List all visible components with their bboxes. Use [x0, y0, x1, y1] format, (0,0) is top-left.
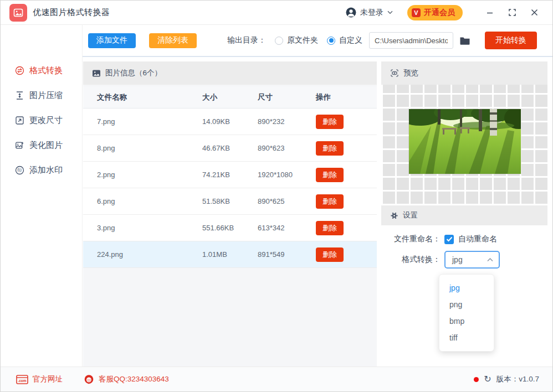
- titlebar-actions: 未登录 V 开通会员: [346, 4, 542, 21]
- toolbar: 添加文件 清除列表 输出目录： 原文件夹 自定义 开始转换: [83, 25, 552, 56]
- table-section-title: 图片信息（6个）: [105, 68, 162, 78]
- radio-original-label: 原文件夹: [287, 35, 318, 45]
- sidebar-item-4[interactable]: 印添加水印: [1, 158, 82, 183]
- delete-button[interactable]: 删除: [316, 141, 344, 156]
- table-row-1[interactable]: 8.png46.67KB890*623删除: [83, 135, 377, 162]
- app-logo-icon: [9, 4, 27, 22]
- convert-icon: [15, 66, 24, 75]
- website-icon: .com: [16, 375, 28, 384]
- output-path-input[interactable]: [369, 32, 453, 49]
- file-size-cell: 74.21KB: [202, 171, 258, 179]
- delete-button[interactable]: 删除: [316, 194, 344, 209]
- clear-list-button[interactable]: 清除列表: [149, 33, 197, 48]
- file-dimensions-cell: 890*625: [258, 197, 316, 205]
- sidebar-item-3[interactable]: 美化图片: [1, 133, 82, 158]
- sidebar-item-0[interactable]: 格式转换: [1, 58, 82, 83]
- watermark-icon: 印: [15, 166, 24, 175]
- radio-custom-folder[interactable]: 自定义: [327, 35, 362, 45]
- sidebar-item-label: 美化图片: [29, 140, 63, 151]
- login-menu[interactable]: 未登录: [346, 7, 393, 18]
- file-table-panel: 图片信息（6个） 文件名称大小尺寸操作 7.png14.09KB890*232删…: [83, 61, 377, 367]
- vip-label: 开通会员: [424, 8, 455, 18]
- status-dot: [474, 377, 479, 382]
- format-option-bmp[interactable]: bmp: [439, 313, 494, 329]
- file-size-cell: 551.66KB: [202, 224, 258, 232]
- chevron-up-icon: [487, 258, 493, 262]
- website-icon-text: .com: [18, 379, 26, 383]
- preview-checkerboard: [381, 85, 547, 205]
- format-select[interactable]: jpg: [444, 251, 500, 269]
- vip-button[interactable]: V 开通会员: [407, 5, 463, 20]
- file-name-cell: 2.png: [83, 171, 202, 179]
- image-info-icon: [92, 69, 101, 78]
- support-qq-link[interactable]: 客服QQ:3234303643: [84, 374, 169, 385]
- file-dimensions-cell: 890*623: [258, 144, 316, 152]
- official-website-link[interactable]: .com 官方网址: [16, 374, 63, 384]
- file-name-cell: 8.png: [83, 144, 202, 152]
- file-size-cell: 14.09KB: [202, 117, 258, 126]
- sidebar-item-label: 图片压缩: [29, 90, 63, 101]
- file-name-cell: 6.png: [83, 197, 202, 205]
- table-row-0[interactable]: 7.png14.09KB890*232删除: [83, 109, 377, 135]
- delete-button[interactable]: 删除: [316, 247, 344, 262]
- radio-original-circle: [275, 37, 283, 45]
- right-panel: 预览: [381, 61, 547, 367]
- main-area: 格式转换图片压缩更改尺寸美化图片印添加水印 添加文件 清除列表 输出目录： 原文…: [1, 25, 552, 367]
- radio-original-folder[interactable]: 原文件夹: [275, 35, 318, 45]
- radio-custom-circle: [327, 37, 335, 45]
- resize-icon: [15, 116, 24, 125]
- table-row-2[interactable]: 2.png74.21KB1920*1080删除: [83, 162, 377, 188]
- sidebar-item-1[interactable]: 图片压缩: [1, 83, 82, 108]
- settings-section-title: 设置: [403, 210, 418, 220]
- app-title: 优速图片格式转换器: [33, 7, 110, 18]
- rename-setting-row: 文件重命名： 自动重命名: [381, 234, 547, 244]
- delete-button[interactable]: 删除: [316, 221, 344, 235]
- rename-checkbox[interactable]: [444, 235, 454, 244]
- start-convert-button[interactable]: 开始转换: [485, 32, 537, 49]
- delete-button[interactable]: 删除: [316, 115, 344, 129]
- format-select-value: jpg: [452, 255, 463, 264]
- file-size-cell: 1.01MB: [202, 250, 258, 259]
- app-window: 优速图片格式转换器 未登录 V 开通会员: [0, 0, 553, 392]
- file-size-cell: 51.58KB: [202, 197, 258, 205]
- column-header-1: 大小: [202, 92, 258, 102]
- column-header-0: 文件名称: [83, 92, 202, 102]
- file-dimensions-cell: 1920*1080: [258, 171, 316, 179]
- file-actions-cell: 删除: [316, 115, 377, 129]
- table-rows: 7.png14.09KB890*232删除8.png46.67KB890*623…: [83, 109, 377, 268]
- file-name-cell: 224.png: [83, 250, 202, 259]
- vip-icon: V: [412, 8, 421, 17]
- gear-icon: [390, 212, 398, 220]
- sidebar-item-label: 添加水印: [29, 165, 63, 176]
- table-row-5[interactable]: 224.png1.01MB891*549删除: [83, 241, 377, 268]
- file-dimensions-cell: 613*342: [258, 224, 316, 232]
- maximize-button[interactable]: [504, 4, 520, 21]
- file-actions-cell: 删除: [316, 247, 377, 262]
- version-label: 版本：v1.0.7: [496, 374, 539, 384]
- support-qq-label: 客服QQ:3234303643: [99, 374, 169, 384]
- format-option-jpg[interactable]: jpg: [439, 280, 494, 296]
- settings-body: 文件重命名： 自动重命名 格式转换： jpg: [381, 225, 547, 269]
- radio-custom-label: 自定义: [339, 35, 362, 45]
- minimize-button[interactable]: [482, 4, 498, 21]
- add-files-button[interactable]: 添加文件: [88, 33, 136, 48]
- table-row-3[interactable]: 6.png51.58KB890*625删除: [83, 188, 377, 215]
- format-label: 格式转换：: [381, 255, 441, 265]
- file-actions-cell: 删除: [316, 221, 377, 235]
- browse-folder-icon[interactable]: [459, 36, 470, 45]
- output-dir-label: 输出目录：: [227, 35, 266, 45]
- format-setting-row: 格式转换： jpg: [381, 251, 547, 269]
- sidebar-item-2[interactable]: 更改尺寸: [1, 108, 82, 133]
- beautify-icon: [15, 141, 24, 150]
- delete-button[interactable]: 删除: [316, 168, 344, 182]
- content-area: 添加文件 清除列表 输出目录： 原文件夹 自定义 开始转换: [83, 25, 552, 367]
- refresh-icon[interactable]: ↻: [484, 375, 491, 384]
- format-option-png[interactable]: png: [439, 296, 494, 313]
- footer-bar: .com 官方网址 客服QQ:3234303643 ↻ 版本：v1.0.7: [1, 367, 552, 391]
- format-option-tiff[interactable]: tiff: [439, 329, 494, 346]
- table-row-4[interactable]: 3.png551.66KB613*342删除: [83, 215, 377, 241]
- close-button[interactable]: [526, 4, 542, 21]
- user-avatar-icon: [346, 7, 356, 18]
- settings-section-header: 设置: [381, 205, 547, 225]
- rename-option-label: 自动重命名: [458, 234, 497, 244]
